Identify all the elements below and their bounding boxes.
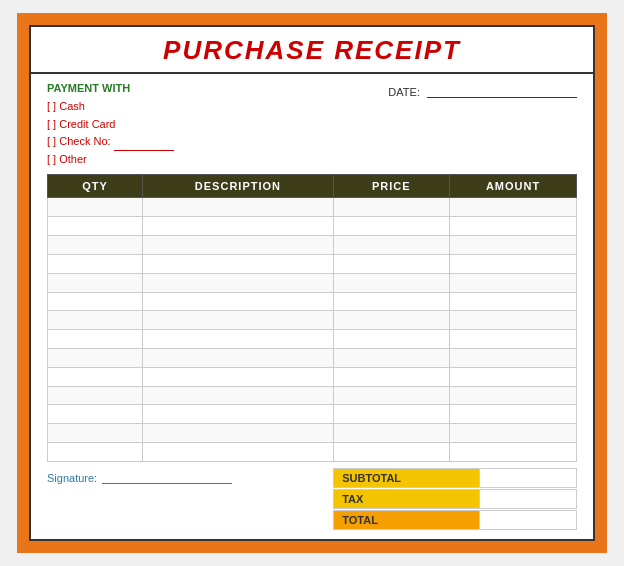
inner-container: PURCHASE RECEIPT PAYMENT WITH [ ] Cash [… xyxy=(29,25,595,541)
table-cell[interactable] xyxy=(450,330,577,349)
page-title: PURCHASE RECEIPT xyxy=(163,35,461,65)
table-cell[interactable] xyxy=(450,424,577,443)
table-row xyxy=(48,405,577,424)
table-cell[interactable] xyxy=(333,405,449,424)
table-body xyxy=(48,198,577,462)
table-cell[interactable] xyxy=(450,236,577,255)
payment-section: PAYMENT WITH [ ] Cash [ ] Credit Card [ … xyxy=(31,74,593,174)
table-row xyxy=(48,386,577,405)
table-cell[interactable] xyxy=(333,386,449,405)
table-cell[interactable] xyxy=(143,330,333,349)
table-row xyxy=(48,349,577,368)
table-cell[interactable] xyxy=(333,330,449,349)
table-cell[interactable] xyxy=(333,424,449,443)
table-cell[interactable] xyxy=(143,236,333,255)
table-row xyxy=(48,443,577,462)
table-cell[interactable] xyxy=(48,349,143,368)
table-row xyxy=(48,424,577,443)
table-cell[interactable] xyxy=(450,198,577,217)
table-cell[interactable] xyxy=(450,217,577,236)
signature-section: Signature: xyxy=(47,468,232,484)
tax-label: TAX xyxy=(334,490,479,508)
payment-check: [ ] Check No: xyxy=(47,133,174,151)
table-cell[interactable] xyxy=(450,386,577,405)
payment-other: [ ] Other xyxy=(47,151,174,169)
col-header-qty: QTY xyxy=(48,175,143,198)
table-cell[interactable] xyxy=(143,311,333,330)
table-cell[interactable] xyxy=(143,443,333,462)
table-row xyxy=(48,367,577,386)
total-value[interactable] xyxy=(479,511,576,529)
table-cell[interactable] xyxy=(333,367,449,386)
table-cell[interactable] xyxy=(333,254,449,273)
table-cell[interactable] xyxy=(48,217,143,236)
table-cell[interactable] xyxy=(143,198,333,217)
date-section: DATE: xyxy=(388,82,577,98)
table-cell[interactable] xyxy=(450,254,577,273)
title-bar: PURCHASE RECEIPT xyxy=(31,27,593,74)
table-cell[interactable] xyxy=(333,273,449,292)
table-cell[interactable] xyxy=(333,349,449,368)
table-row xyxy=(48,198,577,217)
table-cell[interactable] xyxy=(48,254,143,273)
table-cell[interactable] xyxy=(48,424,143,443)
col-header-amount: AMOUNT xyxy=(450,175,577,198)
table-row xyxy=(48,217,577,236)
table-cell[interactable] xyxy=(143,349,333,368)
table-cell[interactable] xyxy=(143,386,333,405)
table-cell[interactable] xyxy=(48,198,143,217)
footer-row: Signature: SUBTOTAL TAX TOTAL xyxy=(31,462,593,539)
table-cell[interactable] xyxy=(450,405,577,424)
table-cell[interactable] xyxy=(48,386,143,405)
subtotal-label: SUBTOTAL xyxy=(334,469,479,487)
table-cell[interactable] xyxy=(48,367,143,386)
table-cell[interactable] xyxy=(48,273,143,292)
table-cell[interactable] xyxy=(450,273,577,292)
table-cell[interactable] xyxy=(48,236,143,255)
payment-cash: [ ] Cash xyxy=(47,98,174,116)
table-cell[interactable] xyxy=(143,405,333,424)
table-cell[interactable] xyxy=(333,236,449,255)
table-cell[interactable] xyxy=(450,443,577,462)
table-row xyxy=(48,254,577,273)
signature-label: Signature: xyxy=(47,472,97,484)
subtotal-value[interactable] xyxy=(479,469,576,487)
payment-credit: [ ] Credit Card xyxy=(47,116,174,134)
table-cell[interactable] xyxy=(450,349,577,368)
table-cell[interactable] xyxy=(333,311,449,330)
table-row xyxy=(48,330,577,349)
table-cell[interactable] xyxy=(48,443,143,462)
col-header-desc: DESCRIPTION xyxy=(143,175,333,198)
table-cell[interactable] xyxy=(450,311,577,330)
signature-line[interactable] xyxy=(102,483,232,484)
table-row xyxy=(48,236,577,255)
date-value[interactable] xyxy=(427,97,577,98)
table-cell[interactable] xyxy=(450,367,577,386)
table-cell[interactable] xyxy=(48,292,143,311)
table-cell[interactable] xyxy=(333,292,449,311)
table-cell[interactable] xyxy=(143,217,333,236)
table-cell[interactable] xyxy=(143,292,333,311)
payment-left: PAYMENT WITH [ ] Cash [ ] Credit Card [ … xyxy=(47,82,174,168)
table-cell[interactable] xyxy=(333,443,449,462)
col-header-price: PRICE xyxy=(333,175,449,198)
table-cell[interactable] xyxy=(48,311,143,330)
table-cell[interactable] xyxy=(333,217,449,236)
table-cell[interactable] xyxy=(143,424,333,443)
table-cell[interactable] xyxy=(450,292,577,311)
table-row xyxy=(48,292,577,311)
subtotal-row: SUBTOTAL xyxy=(333,468,577,488)
table-cell[interactable] xyxy=(48,405,143,424)
table-cell[interactable] xyxy=(143,367,333,386)
total-label: TOTAL xyxy=(334,511,479,529)
totals-section: SUBTOTAL TAX TOTAL xyxy=(333,468,577,531)
total-row: TOTAL xyxy=(333,510,577,530)
table-cell[interactable] xyxy=(333,198,449,217)
receipt-table: QTY DESCRIPTION PRICE AMOUNT xyxy=(47,174,577,462)
table-cell[interactable] xyxy=(48,330,143,349)
table-cell[interactable] xyxy=(143,273,333,292)
table-container: QTY DESCRIPTION PRICE AMOUNT xyxy=(31,174,593,462)
tax-value[interactable] xyxy=(479,490,576,508)
table-cell[interactable] xyxy=(143,254,333,273)
date-label: DATE: xyxy=(388,86,420,98)
